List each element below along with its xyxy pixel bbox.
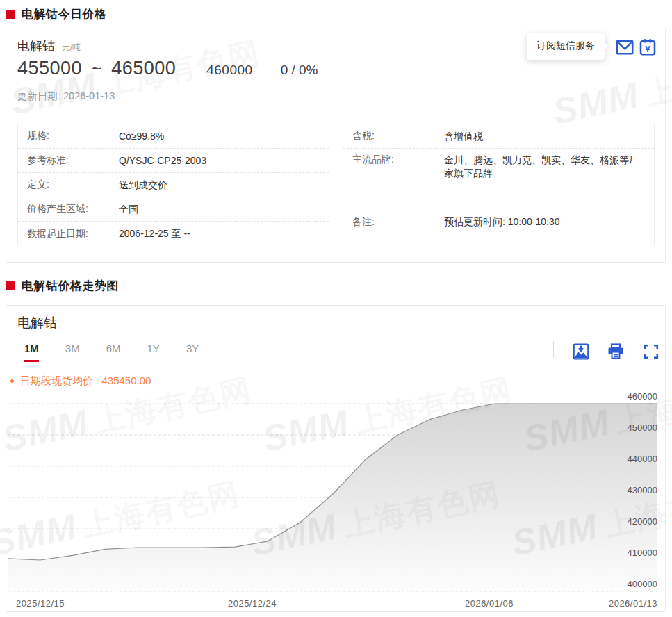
spec-row: 定义:送到成交价 xyxy=(18,173,329,197)
price-average: 460000 xyxy=(206,63,252,78)
price-high: 465000 xyxy=(111,58,176,79)
spec-row: 主流品牌:金川、腾远、凯力克、凯实、华友、格派等厂家旗下品牌 xyxy=(343,149,654,199)
price-low: 455000 xyxy=(17,58,82,79)
spec-value: Co≥99.8% xyxy=(119,130,164,143)
y-axis-label: 400000 xyxy=(628,579,657,589)
tooltip-arrow xyxy=(600,42,609,51)
print-icon[interactable] xyxy=(607,343,625,360)
subscribe-sms-label: 订阅短信服务 xyxy=(536,40,595,51)
x-axis-label: 2025/12/24 xyxy=(228,598,277,609)
price-change: 0 / 0% xyxy=(281,63,318,78)
smm-price-page: { "colors": { "accent_red": "#d9001b", "… xyxy=(0,0,672,617)
spec-value: 含增值税 xyxy=(444,130,483,143)
tab-3m[interactable]: 3M xyxy=(65,343,80,362)
spec-value: 全国 xyxy=(119,203,138,216)
y-axis-label: 420000 xyxy=(628,516,657,527)
spec-label: 规格: xyxy=(27,130,119,142)
mail-icon[interactable] xyxy=(615,38,634,57)
spec-row: 参考标准:Q/YSJC-CP25-2003 xyxy=(18,149,329,173)
x-axis-label: 2026/01/06 xyxy=(465,598,514,609)
spec-label: 参考标准: xyxy=(27,154,119,167)
update-date-value: 2026-01-13 xyxy=(63,90,115,101)
spec-row: 规格:Co≥99.8% xyxy=(18,124,329,149)
spec-row: 价格产生区域:全国 xyxy=(18,197,329,222)
subscribe-sms-tooltip[interactable]: 订阅短信服务 xyxy=(527,33,605,60)
fullscreen-icon[interactable] xyxy=(643,343,659,360)
spec-label: 价格产生区域: xyxy=(27,203,119,215)
spec-row: 备注:预估更新时间: 10:00-10:30 xyxy=(343,199,654,245)
update-date-label: 更新日期: xyxy=(17,90,60,101)
spec-label: 数据起止日期: xyxy=(27,228,119,240)
price-trend-chart[interactable]: 4600004500004400004300004200004100004000… xyxy=(7,386,666,613)
section-title: 电解钴今日价格 xyxy=(22,6,107,22)
price-tilde: ~ xyxy=(92,59,101,79)
tabs-separator xyxy=(6,370,665,370)
x-axis-label: 2025/12/15 xyxy=(16,598,65,609)
product-name: 电解钴 xyxy=(17,38,55,54)
product-unit: 元/吨 xyxy=(62,42,81,54)
spec-row: 数据起止日期:2006-12-25 至 -- xyxy=(18,222,329,246)
price-row: 455000 ~ 465000 460000 0 / 0% xyxy=(17,58,318,79)
spec-value: Q/YSJC-CP25-2003 xyxy=(119,154,206,167)
red-square-icon xyxy=(6,281,15,290)
section-header-trend-chart: 电解钴价格走势图 xyxy=(6,278,119,294)
spec-row: 含税:含增值税 xyxy=(343,124,654,149)
y-axis-label: 430000 xyxy=(628,485,657,495)
chart-card: 电解钴 1M3M6M1Y3Y 日期段现货均价 : 435450.00 xyxy=(6,305,666,612)
svg-text:¥: ¥ xyxy=(645,44,650,54)
y-axis-label: 460000 xyxy=(628,391,657,402)
legend-dot-icon xyxy=(10,379,14,383)
spec-value: 预估更新时间: 10:00-10:30 xyxy=(444,215,560,229)
tab-6m[interactable]: 6M xyxy=(106,343,121,362)
update-date-row: 更新日期:2026-01-13 xyxy=(17,90,117,103)
y-axis-label: 410000 xyxy=(628,548,657,558)
spec-value: 送到成交价 xyxy=(119,179,167,192)
spec-label: 含税: xyxy=(352,130,444,142)
spec-label: 定义: xyxy=(27,179,119,191)
product-row: 电解钴 元/吨 xyxy=(17,38,81,54)
y-axis-label: 450000 xyxy=(628,422,657,433)
spec-table-left: 规格:Co≥99.8%参考标准:Q/YSJC-CP25-2003定义:送到成交价… xyxy=(17,124,329,245)
spec-label: 备注: xyxy=(352,216,444,229)
price-bill-icon[interactable]: ¥ xyxy=(638,38,657,57)
range-tabs: 1M3M6M1Y3Y xyxy=(24,343,199,362)
section-title: 电解钴价格走势图 xyxy=(22,278,119,294)
save-image-icon[interactable] xyxy=(573,343,589,360)
tab-1y[interactable]: 1Y xyxy=(147,343,160,362)
price-card: 电解钴 元/吨 455000 ~ 465000 460000 0 / 0% 更新… xyxy=(6,28,666,263)
tab-3y[interactable]: 3Y xyxy=(186,343,199,362)
tab-1m[interactable]: 1M xyxy=(24,343,39,362)
spec-label: 主流品牌: xyxy=(352,154,444,166)
x-axis-label: 2026/01/13 xyxy=(609,598,657,609)
spec-table-right: 含税:含增值税主流品牌:金川、腾远、凯力克、凯实、华友、格派等厂家旗下品牌备注:… xyxy=(343,124,655,245)
spec-value: 2006-12-25 至 -- xyxy=(119,227,190,240)
toolbar-divider xyxy=(553,341,554,358)
spec-value: 金川、腾远、凯力克、凯实、华友、格派等厂家旗下品牌 xyxy=(444,154,645,180)
section-header-today-price: 电解钴今日价格 xyxy=(6,6,107,22)
chart-title: 电解钴 xyxy=(17,314,57,332)
red-square-icon xyxy=(6,10,15,19)
y-axis-label: 440000 xyxy=(628,454,657,464)
